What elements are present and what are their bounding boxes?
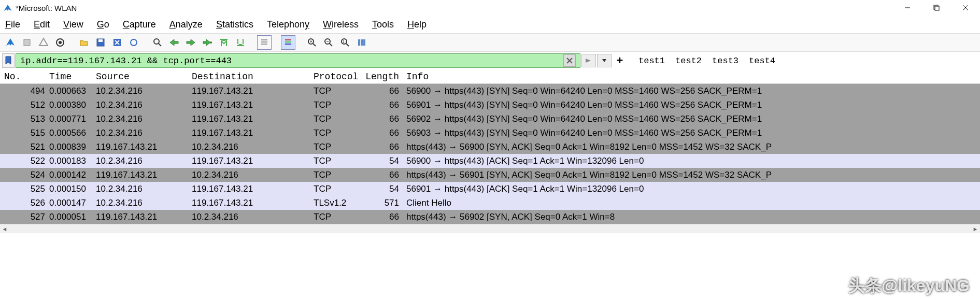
close-button[interactable] xyxy=(951,0,980,16)
packet-row[interactable]: 5130.00077110.2.34.216119.167.143.21TCP6… xyxy=(0,112,980,126)
menu-file[interactable]: File xyxy=(5,19,20,30)
menu-wireless[interactable]: Wireless xyxy=(323,19,359,30)
cell-length: 66 xyxy=(365,142,404,152)
column-header-info[interactable]: Info xyxy=(404,72,980,82)
close-file-icon[interactable] xyxy=(110,35,124,50)
menu-statistics[interactable]: Statistics xyxy=(216,19,253,30)
menu-go[interactable]: Go xyxy=(97,19,109,30)
zoom-out-icon[interactable] xyxy=(321,35,336,50)
go-to-packet-icon[interactable] xyxy=(200,35,215,50)
packet-row[interactable]: 5220.00018310.2.34.216119.167.143.21TCP5… xyxy=(0,154,980,168)
cell-source: 10.2.34.216 xyxy=(96,198,192,208)
filter-bookmark-icon[interactable] xyxy=(2,53,15,68)
filter-tab-test1[interactable]: test1 xyxy=(638,56,665,66)
cell-no: 525 xyxy=(0,184,49,194)
cell-protocol: TLSv1.2 xyxy=(314,198,365,208)
packet-row[interactable]: 4940.00066310.2.34.216119.167.143.21TCP6… xyxy=(0,84,980,98)
cell-info: 56903 → https(443) [SYN] Seq=0 Win=64240… xyxy=(404,128,980,138)
cell-time: 0.000150 xyxy=(49,184,96,194)
scroll-left-icon[interactable]: ◄ xyxy=(0,226,9,232)
open-file-icon[interactable] xyxy=(77,35,91,50)
packet-row[interactable]: 5250.00015010.2.34.216119.167.143.21TCP5… xyxy=(0,182,980,196)
menu-tools[interactable]: Tools xyxy=(372,19,394,30)
menu-analyze[interactable]: Analyze xyxy=(169,19,203,30)
zoom-reset-icon[interactable]: 1 xyxy=(338,35,352,50)
scroll-right-icon[interactable]: ► xyxy=(971,226,980,232)
filter-tabs: test1 test2 test3 test4 xyxy=(638,56,775,66)
cell-time: 0.000663 xyxy=(49,86,96,96)
cell-protocol: TCP xyxy=(314,114,365,124)
maximize-button[interactable] xyxy=(922,0,951,16)
filter-bar: ip.addr==119.167.143.21 && tcp.port==443… xyxy=(0,52,980,69)
reload-file-icon[interactable] xyxy=(126,35,141,50)
clear-filter-icon[interactable] xyxy=(563,54,576,67)
start-capture-icon[interactable] xyxy=(3,35,18,50)
cell-destination: 10.2.34.216 xyxy=(192,142,314,152)
resize-columns-icon[interactable] xyxy=(354,35,369,50)
column-header-destination[interactable]: Destination xyxy=(192,72,314,82)
zoom-in-icon[interactable] xyxy=(305,35,319,50)
horizontal-scrollbar[interactable]: ◄ ► xyxy=(0,224,980,233)
cell-protocol: TCP xyxy=(314,100,365,110)
menu-capture[interactable]: Capture xyxy=(123,19,156,30)
packet-list[interactable]: 4940.00066310.2.34.216119.167.143.21TCP6… xyxy=(0,84,980,224)
filter-tab-test4[interactable]: test4 xyxy=(749,56,775,66)
cell-time: 0.000051 xyxy=(49,212,96,222)
packet-row[interactable]: 5270.000051119.167.143.2110.2.34.216TCP6… xyxy=(0,210,980,224)
packet-row[interactable]: 5150.00056610.2.34.216119.167.143.21TCP6… xyxy=(0,126,980,140)
svg-point-16 xyxy=(210,41,212,44)
cell-no: 526 xyxy=(0,198,49,208)
window-title: *Microsoft: WLAN xyxy=(16,4,893,12)
menu-edit[interactable]: Edit xyxy=(34,19,50,30)
cell-destination: 10.2.34.216 xyxy=(192,212,314,222)
cell-info: 56901 → https(443) [ACK] Seq=1 Ack=1 Win… xyxy=(404,184,980,194)
cell-protocol: TCP xyxy=(314,156,365,166)
cell-info: https(443) → 56902 [SYN, ACK] Seq=0 Ack=… xyxy=(404,212,980,222)
add-filter-button[interactable]: + xyxy=(613,54,627,67)
menu-telephony[interactable]: Telephony xyxy=(267,19,309,30)
column-header-no[interactable]: No. xyxy=(0,72,49,82)
menu-bar: File Edit View Go Capture Analyze Statis… xyxy=(0,16,980,33)
column-header-source[interactable]: Source xyxy=(96,72,192,82)
title-bar: *Microsoft: WLAN xyxy=(0,0,980,16)
go-last-icon[interactable] xyxy=(233,35,248,50)
menu-help[interactable]: Help xyxy=(407,19,427,30)
find-packet-icon[interactable] xyxy=(150,35,165,50)
filter-history-dropdown-icon[interactable] xyxy=(597,54,612,67)
svg-rect-9 xyxy=(98,39,103,42)
menu-view[interactable]: View xyxy=(63,19,83,30)
colorize-packets-icon[interactable] xyxy=(281,35,295,50)
go-first-icon[interactable] xyxy=(217,35,231,50)
cell-destination: 119.167.143.21 xyxy=(192,156,314,166)
stop-capture-icon[interactable] xyxy=(20,35,34,50)
cell-source: 10.2.34.216 xyxy=(96,100,192,110)
cell-time: 0.000771 xyxy=(49,114,96,124)
cell-protocol: TCP xyxy=(314,86,365,96)
filter-tab-test2[interactable]: test2 xyxy=(675,56,702,66)
auto-scroll-icon[interactable] xyxy=(257,35,272,50)
cell-protocol: TCP xyxy=(314,170,365,180)
go-forward-icon[interactable] xyxy=(183,35,198,50)
filter-tab-test3[interactable]: test3 xyxy=(712,56,738,66)
column-header-length[interactable]: Length xyxy=(365,72,404,82)
display-filter-input[interactable]: ip.addr==119.167.143.21 && tcp.port==443 xyxy=(16,53,580,68)
cell-destination: 119.167.143.21 xyxy=(192,184,314,194)
cell-destination: 119.167.143.21 xyxy=(192,114,314,124)
cell-protocol: TCP xyxy=(314,128,365,138)
packet-row[interactable]: 5260.00014710.2.34.216119.167.143.21TLSv… xyxy=(0,196,980,210)
capture-options-icon[interactable] xyxy=(53,35,67,50)
cell-no: 513 xyxy=(0,114,49,124)
restart-capture-icon[interactable] xyxy=(36,35,51,50)
cell-time: 0.000380 xyxy=(49,100,96,110)
go-back-icon[interactable] xyxy=(167,35,181,50)
cell-length: 54 xyxy=(365,156,404,166)
packet-row[interactable]: 5120.00038010.2.34.216119.167.143.21TCP6… xyxy=(0,98,980,112)
save-file-icon[interactable] xyxy=(93,35,108,50)
column-header-time[interactable]: Time xyxy=(49,72,96,82)
cell-source: 10.2.34.216 xyxy=(96,86,192,96)
column-header-protocol[interactable]: Protocol xyxy=(314,72,365,82)
apply-filter-icon[interactable] xyxy=(581,54,596,67)
packet-row[interactable]: 5210.000839119.167.143.2110.2.34.216TCP6… xyxy=(0,140,980,154)
packet-row[interactable]: 5240.000142119.167.143.2110.2.34.216TCP6… xyxy=(0,168,980,182)
minimize-button[interactable] xyxy=(893,0,922,16)
